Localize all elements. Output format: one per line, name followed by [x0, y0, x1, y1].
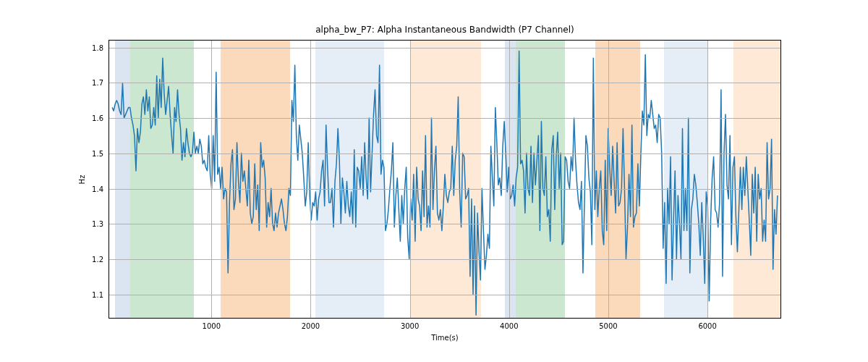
grid-line-vertical: [310, 41, 311, 318]
y-tick-label: 1.3: [92, 220, 103, 228]
x-tick-label: 3000: [401, 322, 419, 330]
grid-line-horizontal: [109, 295, 780, 295]
y-axis-label: Hz: [78, 174, 86, 184]
x-tick-label: 6000: [698, 322, 716, 330]
axes: alpha_bw_P7: Alpha Instantaneous Bandwid…: [109, 40, 781, 319]
grid-line-vertical: [410, 41, 411, 318]
grid-line-vertical: [211, 41, 212, 318]
grid-line-horizontal: [109, 259, 780, 260]
y-tick-label: 1.4: [92, 185, 103, 193]
grid-line-horizontal: [109, 118, 780, 119]
y-tick-label: 1.6: [92, 114, 103, 122]
x-axis-label: Time(s): [431, 334, 459, 342]
grid-line-horizontal: [109, 153, 780, 154]
chart-title: alpha_bw_P7: Alpha Instantaneous Bandwid…: [315, 25, 574, 35]
y-tick-label: 1.2: [92, 256, 103, 264]
grid-line-horizontal: [109, 224, 780, 224]
grid-line-horizontal: [109, 83, 780, 83]
figure: alpha_bw_P7: Alpha Instantaneous Bandwid…: [0, 0, 868, 362]
x-tick-label: 2000: [302, 322, 320, 330]
x-tick-label: 1000: [203, 322, 221, 330]
grid-line-horizontal: [109, 48, 780, 49]
grid-line-vertical: [608, 41, 609, 318]
y-tick-label: 1.8: [92, 43, 103, 51]
grid-line-vertical: [509, 41, 510, 318]
grid-line-horizontal: [109, 189, 780, 190]
x-tick-label: 4000: [500, 322, 518, 330]
x-tick-label: 5000: [599, 322, 617, 330]
y-tick-label: 1.7: [92, 79, 103, 87]
y-tick-label: 1.5: [92, 149, 103, 157]
grid-line-vertical: [707, 41, 708, 318]
y-tick-label: 1.1: [92, 290, 103, 298]
